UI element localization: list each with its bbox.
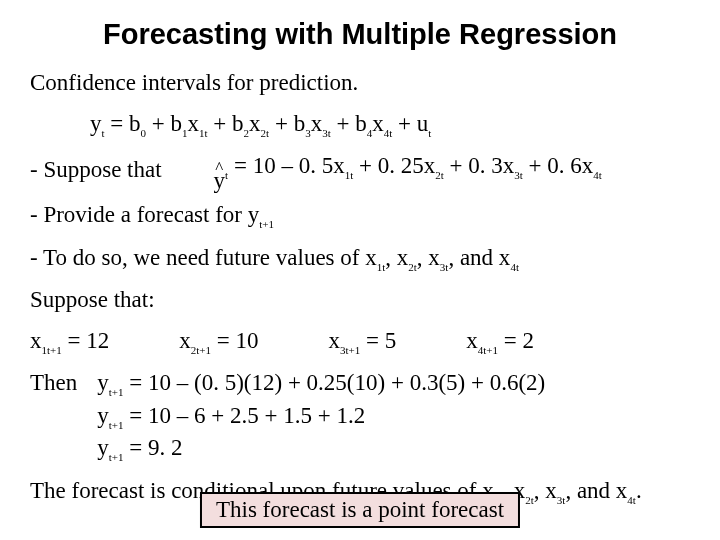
c1s: t+1	[109, 386, 124, 398]
x4-sub: 4t	[384, 127, 393, 139]
b3: b	[294, 111, 306, 136]
future-x2: x2t+1 = 10	[179, 325, 258, 357]
b0: b	[129, 111, 141, 136]
todo-c2: , x	[417, 245, 440, 270]
yhat-icon: ^ y	[214, 164, 226, 189]
todo-a: - To do so, we need future values of x	[30, 245, 377, 270]
concl-s4: 4t	[627, 493, 636, 505]
fit-p2: + 0. 25x	[353, 153, 435, 178]
c3s: t+1	[109, 451, 124, 463]
fx1s: 1t+1	[42, 344, 62, 356]
x3: x	[311, 111, 323, 136]
future-x1: x1t+1 = 12	[30, 325, 109, 357]
model-y: y	[90, 111, 102, 136]
b2: b	[232, 111, 244, 136]
todo-s1: 1t	[377, 260, 386, 272]
fitted-eq: ^ y t = 10 – 0. 5x1t + 0. 25x2t + 0. 3x3…	[214, 150, 602, 189]
slide-title: Forecasting with Multiple Regression	[30, 18, 690, 51]
fx1: x	[30, 328, 42, 353]
fx3s: 3t+1	[340, 344, 360, 356]
fit-s1: 1t	[345, 169, 354, 181]
x1: x	[188, 111, 200, 136]
fx2s: 2t+1	[191, 344, 211, 356]
fit-p1: = 10 – 0. 5x	[228, 153, 344, 178]
fx4v: = 2	[498, 328, 534, 353]
calc-line-1: yt+1 = 10 – (0. 5)(12) + 0.25(10) + 0.3(…	[97, 367, 545, 399]
c2b: = 10 – 6 + 2.5 + 1.5 + 1.2	[124, 403, 366, 428]
fx2: x	[179, 328, 191, 353]
fx3v: = 5	[360, 328, 396, 353]
x2: x	[249, 111, 261, 136]
x2-sub: 2t	[261, 127, 270, 139]
then-block: Then yt+1 = 10 – (0. 5)(12) + 0.25(10) +…	[30, 367, 690, 464]
fx4s: 4t+1	[478, 344, 498, 356]
todo-c1: , x	[385, 245, 408, 270]
fx4: x	[466, 328, 478, 353]
u-sub: t	[428, 127, 431, 139]
intro-text: Confidence intervals for prediction.	[30, 67, 690, 98]
model-y-sub: t	[102, 127, 105, 139]
c1b: = 10 – (0. 5)(12) + 0.25(10) + 0.3(5) + …	[124, 370, 546, 395]
need-future: - To do so, we need future values of x1t…	[30, 242, 690, 274]
concl-and: , and x	[565, 478, 627, 503]
c2s: t+1	[109, 418, 124, 430]
calc-line-2: yt+1 = 10 – 6 + 2.5 + 1.5 + 1.2	[97, 400, 545, 432]
concl-s2: 2t	[525, 493, 534, 505]
fx1v: = 12	[62, 328, 109, 353]
fit-s4: 4t	[593, 169, 602, 181]
c2y: y	[97, 403, 109, 428]
provide-sub: t+1	[259, 218, 274, 230]
provide-forecast: - Provide a forecast for yt+1	[30, 199, 690, 231]
b1: b	[171, 111, 183, 136]
suppose-that: Suppose that:	[30, 284, 690, 315]
fx2v: = 10	[211, 328, 258, 353]
fit-s3: 3t	[514, 169, 523, 181]
provide-a: - Provide a forecast for y	[30, 202, 259, 227]
x3-sub: 3t	[322, 127, 331, 139]
suppose-row: - Suppose that ^ y t = 10 – 0. 5x1t + 0.…	[30, 150, 690, 189]
fx3: x	[329, 328, 341, 353]
todo-and: , and x	[448, 245, 510, 270]
x1-sub: 1t	[199, 127, 208, 139]
calc-line-3: yt+1 = 9. 2	[97, 432, 545, 464]
fit-p3: + 0. 3x	[444, 153, 514, 178]
yhat-y: y	[214, 173, 226, 189]
future-x4: x4t+1 = 2	[466, 325, 534, 357]
calc-lines: yt+1 = 10 – (0. 5)(12) + 0.25(10) + 0.3(…	[97, 367, 545, 464]
todo-s4: 4t	[510, 260, 519, 272]
fit-p4: + 0. 6x	[523, 153, 593, 178]
todo-s2: 2t	[408, 260, 417, 272]
future-x3: x3t+1 = 5	[329, 325, 397, 357]
future-values-row: x1t+1 = 12 x2t+1 = 10 x3t+1 = 5 x4t+1 = …	[30, 325, 690, 357]
callout-box: This forecast is a point forecast	[200, 492, 520, 528]
suppose-label: - Suppose that	[30, 154, 162, 185]
c1y: y	[97, 370, 109, 395]
fit-s2: 2t	[435, 169, 444, 181]
x4: x	[372, 111, 384, 136]
b0-sub: 0	[141, 127, 147, 139]
b4: b	[355, 111, 367, 136]
c3y: y	[97, 435, 109, 460]
then-label: Then	[30, 367, 77, 464]
model-equation: yt = b0 + b1x1t + b2x2t + b3x3t + b4x4t …	[90, 108, 690, 140]
concl-c2: , x	[534, 478, 557, 503]
u: u	[417, 111, 429, 136]
c3b: = 9. 2	[124, 435, 183, 460]
concl-dot: .	[636, 478, 642, 503]
